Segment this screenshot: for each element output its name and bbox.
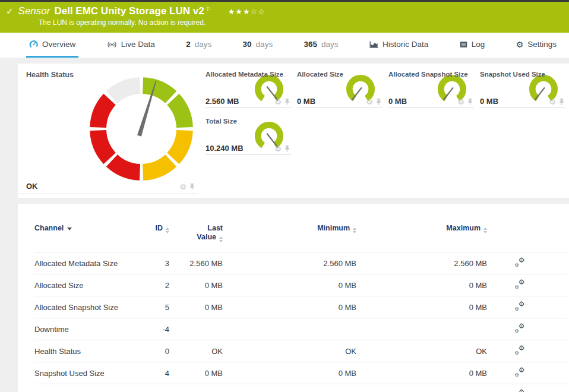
gauge-icon bbox=[29, 40, 38, 48]
sort-icon bbox=[166, 227, 169, 233]
channel-name-cell[interactable]: Snapshot Used Size bbox=[34, 362, 138, 384]
tab-365-days-label: days bbox=[321, 40, 339, 49]
tab-2-days-number: 2 bbox=[186, 40, 191, 49]
edit-channel-gears-icon[interactable]: ⚙⚙ bbox=[515, 390, 525, 392]
edit-channel-gears-icon[interactable]: ⚙⚙ bbox=[515, 302, 525, 311]
channel-minimum-cell: OK bbox=[223, 340, 356, 362]
sensor-kind-label: Sensor bbox=[18, 5, 50, 17]
tile-settings-gear-icon[interactable]: ⚙ bbox=[274, 98, 282, 106]
channel-minimum-cell: 0 MB bbox=[223, 296, 356, 318]
health-status-panel[interactable]: Health Status OK ⚙ bbox=[18, 64, 203, 198]
edit-channel-gears-icon[interactable]: ⚙⚙ bbox=[515, 280, 525, 289]
channel-maximum-cell: 0 MB bbox=[356, 362, 487, 384]
channel-name-cell[interactable]: Downtime bbox=[34, 318, 138, 340]
tab-log[interactable]: Log bbox=[457, 33, 488, 58]
pin-icon[interactable] bbox=[467, 99, 473, 105]
column-header-id[interactable]: ID bbox=[138, 220, 169, 252]
gauge-tile[interactable]: Allocated Snapshot Size 0 MB ⚙ bbox=[388, 67, 474, 108]
tab-historic-data[interactable]: Historic Data bbox=[366, 33, 431, 58]
column-header-channel[interactable]: Channel bbox=[34, 220, 138, 252]
tile-settings-gear-icon[interactable]: ⚙ bbox=[457, 98, 464, 106]
channel-minimum-cell: 10.240 MB bbox=[223, 384, 356, 392]
tab-30-days[interactable]: 30 days bbox=[240, 33, 276, 58]
channel-minimum-cell: 0 MB bbox=[223, 362, 356, 384]
tab-settings[interactable]: ⚙ Settings bbox=[513, 33, 559, 58]
column-header-maximum[interactable]: Maximum bbox=[356, 220, 487, 252]
channel-row[interactable]: Downtime -4 ⚙⚙ bbox=[34, 318, 567, 340]
minimum-header-label: Minimum bbox=[317, 224, 350, 232]
channel-minimum-cell: 2.560 MB bbox=[223, 252, 356, 274]
channel-row[interactable]: Snapshot Used Size 4 0 MB 0 MB 0 MB ⚙⚙ bbox=[34, 362, 567, 384]
gauge-tile[interactable]: Snapshot Used Size 0 MB ⚙ bbox=[480, 67, 565, 108]
channel-maximum-cell bbox=[356, 318, 487, 340]
tile-settings-gear-icon[interactable]: ⚙ bbox=[274, 145, 282, 153]
channel-last-value-cell: 0 MB bbox=[169, 274, 223, 296]
channel-id-cell: 0 bbox=[138, 340, 169, 362]
tab-live-data[interactable]: Live Data bbox=[104, 33, 158, 58]
health-panel-title: Health Status bbox=[26, 71, 74, 79]
tab-2-days-label: days bbox=[195, 40, 212, 49]
gauge-tile-value: 0 MB bbox=[480, 97, 498, 106]
channel-id-cell: 5 bbox=[138, 296, 169, 318]
channel-id-cell: 3 bbox=[138, 252, 169, 274]
tab-365-days[interactable]: 365 days bbox=[301, 33, 342, 58]
channel-name-cell[interactable]: Allocated Metadata Size bbox=[34, 252, 138, 274]
gauge-tile-value: 0 MB bbox=[297, 97, 315, 106]
id-header-label: ID bbox=[156, 224, 163, 232]
pin-icon[interactable] bbox=[559, 99, 564, 105]
channel-row[interactable]: Total Size 8 10.240 MB 10.240 MB 10.240 … bbox=[34, 384, 567, 392]
channel-name-cell[interactable]: Allocated Size bbox=[34, 274, 138, 296]
gauge-tile-value: 2.560 MB bbox=[206, 97, 239, 106]
edit-channel-gears-icon[interactable]: ⚙⚙ bbox=[515, 258, 525, 267]
channel-name-cell[interactable]: Total Size bbox=[34, 384, 138, 392]
priority-flag-icon[interactable]: ⚐ bbox=[206, 6, 211, 12]
pin-icon[interactable] bbox=[376, 99, 381, 105]
stars-empty: ☆☆ bbox=[251, 7, 265, 16]
gauge-tile[interactable]: Total Size 10.240 MB ⚙ bbox=[206, 113, 291, 155]
sensor-status-header: ✓ Sensor Dell EMC Unity Storage LUN v2 ⚐… bbox=[0, 2, 569, 33]
channel-maximum-cell: 2.560 MB bbox=[356, 252, 487, 274]
channel-row[interactable]: Health Status 0 OK OK OK ⚙⚙ bbox=[34, 340, 567, 362]
pin-icon[interactable] bbox=[189, 184, 195, 190]
channel-maximum-cell: 10.240 MB bbox=[356, 384, 487, 392]
sensor-tab-bar: Overview Live Data 2 days 30 days 365 da… bbox=[0, 33, 569, 58]
sort-icon bbox=[353, 227, 356, 233]
column-header-last-value[interactable]: Last Value bbox=[169, 220, 223, 252]
log-list-icon bbox=[460, 41, 467, 48]
channels-table: Channel ID Last Value Minimum Maximum bbox=[34, 220, 567, 392]
tile-settings-gear-icon[interactable]: ⚙ bbox=[366, 98, 373, 106]
overview-content: Health Status OK ⚙ bbox=[0, 58, 569, 392]
pin-icon[interactable] bbox=[284, 99, 290, 105]
tab-overview[interactable]: Overview bbox=[26, 33, 78, 58]
edit-channel-gears-icon[interactable]: ⚙⚙ bbox=[515, 346, 525, 355]
gauge-tile[interactable]: Allocated Metadata Size 2.560 MB ⚙ bbox=[206, 67, 291, 108]
channel-maximum-cell: OK bbox=[356, 340, 487, 362]
column-header-minimum[interactable]: Minimum bbox=[223, 220, 356, 252]
channel-name-cell[interactable]: Allocated Snapshot Size bbox=[34, 296, 138, 318]
panel-settings-gear-icon[interactable]: ⚙ bbox=[179, 183, 186, 191]
gauge-tile-title: Snapshot Used Size bbox=[480, 67, 565, 78]
channel-last-value-cell: 0 MB bbox=[169, 362, 223, 384]
edit-channel-gears-icon[interactable]: ⚙⚙ bbox=[515, 324, 525, 333]
sort-icon bbox=[219, 236, 223, 242]
channel-minimum-cell bbox=[223, 318, 356, 340]
tab-2-days[interactable]: 2 days bbox=[183, 33, 214, 58]
channel-row[interactable]: Allocated Size 2 0 MB 0 MB 0 MB ⚙⚙ bbox=[34, 274, 567, 296]
pin-icon[interactable] bbox=[284, 146, 290, 152]
channel-row[interactable]: Allocated Snapshot Size 5 0 MB 0 MB 0 MB… bbox=[34, 296, 567, 318]
tile-settings-gear-icon[interactable]: ⚙ bbox=[549, 98, 556, 106]
gauge-tiles-grid: Allocated Metadata Size 2.560 MB ⚙ bbox=[203, 64, 569, 198]
gauge-tile[interactable]: Allocated Size 0 MB ⚙ bbox=[297, 67, 383, 108]
channel-last-value-cell: OK bbox=[169, 340, 223, 362]
channel-name-cell[interactable]: Health Status bbox=[34, 340, 138, 362]
channel-minimum-cell: 0 MB bbox=[223, 274, 356, 296]
edit-channel-gears-icon[interactable]: ⚙⚙ bbox=[515, 368, 525, 377]
channel-row[interactable]: Allocated Metadata Size 3 2.560 MB 2.560… bbox=[34, 252, 567, 274]
filler-cell bbox=[552, 252, 567, 274]
gauge-tile-value: 0 MB bbox=[388, 97, 407, 106]
tab-settings-label: Settings bbox=[527, 40, 557, 49]
table-header-row: Channel ID Last Value Minimum Maximum bbox=[34, 220, 567, 252]
channel-maximum-cell: 0 MB bbox=[356, 296, 487, 318]
priority-stars[interactable]: ★★★☆☆ bbox=[228, 7, 265, 16]
tab-365-days-number: 365 bbox=[304, 40, 318, 49]
